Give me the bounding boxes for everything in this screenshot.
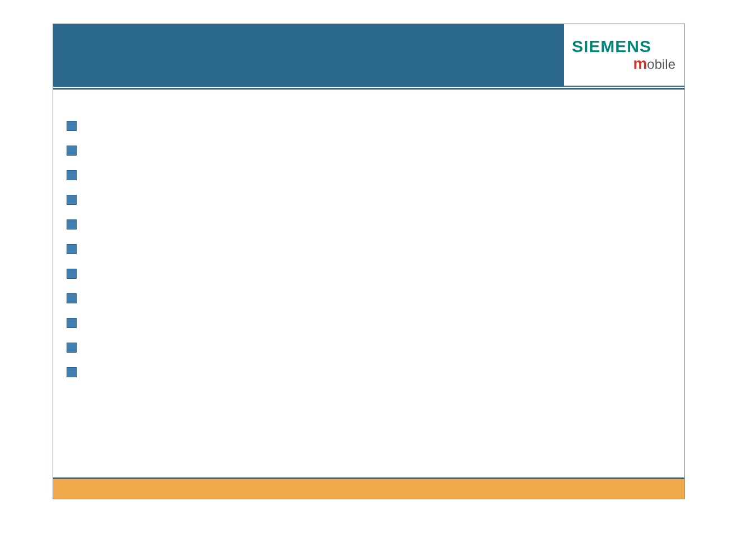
slide: SIEMENS mobile <box>53 24 685 499</box>
list-item <box>67 188 671 212</box>
bullet-icon <box>67 146 77 156</box>
logo-area: SIEMENS mobile <box>564 24 684 87</box>
bullet-icon <box>67 121 77 131</box>
bullet-icon <box>67 170 77 180</box>
list-item <box>67 138 671 163</box>
logo-sub-m: m <box>633 55 647 72</box>
logo-subbrand: mobile <box>633 56 679 72</box>
bullet-icon <box>67 219 77 229</box>
list-item <box>67 114 671 138</box>
list-item <box>67 311 671 335</box>
bullet-icon <box>67 318 77 328</box>
content-area <box>67 114 671 385</box>
list-item <box>67 237 671 261</box>
logo-sub-rest: obile <box>647 57 675 72</box>
header: SIEMENS mobile <box>53 24 684 87</box>
bullet-icon <box>67 293 77 303</box>
list-item <box>67 286 671 311</box>
list-item <box>67 335 671 360</box>
bullet-icon <box>67 269 77 279</box>
list-item <box>67 261 671 286</box>
bullet-icon <box>67 367 77 377</box>
header-underline <box>53 88 684 90</box>
footer-bar <box>53 477 684 499</box>
list-item <box>67 212 671 237</box>
title-bar <box>53 24 564 87</box>
bullet-icon <box>67 343 77 353</box>
bullet-icon <box>67 244 77 254</box>
list-item <box>67 360 671 385</box>
list-item <box>67 163 671 188</box>
logo-brand: SIEMENS <box>572 38 651 55</box>
bullet-icon <box>67 195 77 205</box>
